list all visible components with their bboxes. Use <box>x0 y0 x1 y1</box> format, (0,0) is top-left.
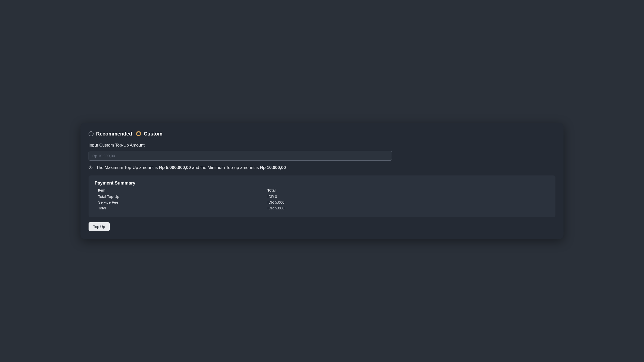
summary-item-header: Item <box>98 188 267 193</box>
summary-item-cell: Service Fee <box>98 200 267 204</box>
radio-custom-label: Custom <box>144 131 162 137</box>
radio-custom[interactable]: Custom <box>136 131 162 137</box>
payment-summary-title: Payment Summary <box>95 180 549 186</box>
summary-item-cell: Total Top-Up <box>98 194 267 199</box>
summary-total-cell: IDR 5.000 <box>267 206 549 210</box>
summary-item-column: Item Total Top-Up Service Fee Total <box>95 188 267 210</box>
amount-helper-row: The Maximum Top-Up amount is Rp 5.000.00… <box>89 165 555 171</box>
summary-total-cell: IDR 0 <box>267 194 549 199</box>
svg-point-2 <box>90 166 91 167</box>
topup-card: Recommended Custom Input Custom Top-Up A… <box>80 123 564 239</box>
payment-summary-panel: Payment Summary Item Total Top-Up Servic… <box>89 175 555 217</box>
helper-prefix: The Maximum Top-Up amount is <box>96 165 159 170</box>
helper-min: Rp 10.000,00 <box>260 165 286 170</box>
amount-helper-text: The Maximum Top-Up amount is Rp 5.000.00… <box>96 165 286 171</box>
info-icon <box>89 165 93 169</box>
radio-checked-icon <box>136 131 141 136</box>
summary-total-header: Total <box>267 188 549 193</box>
payment-summary-grid: Item Total Top-Up Service Fee Total Tota… <box>95 188 549 210</box>
summary-total-cell: IDR 5.000 <box>267 200 549 204</box>
radio-recommended-label: Recommended <box>96 131 132 137</box>
helper-middle: and the Minimum Top-up amount is <box>191 165 260 170</box>
amount-mode-radio-group: Recommended Custom <box>89 131 555 137</box>
radio-unchecked-icon <box>89 131 94 136</box>
topup-button[interactable]: Top Up <box>89 222 110 231</box>
helper-max: Rp 5.000.000,00 <box>159 165 191 170</box>
summary-total-column: Total IDR 0 IDR 5.000 IDR 5.000 <box>267 188 549 210</box>
summary-item-cell: Total <box>98 206 267 210</box>
amount-input[interactable] <box>89 151 392 161</box>
radio-recommended[interactable]: Recommended <box>89 131 132 137</box>
amount-input-label: Input Custom Top-Up Amount <box>89 143 555 148</box>
